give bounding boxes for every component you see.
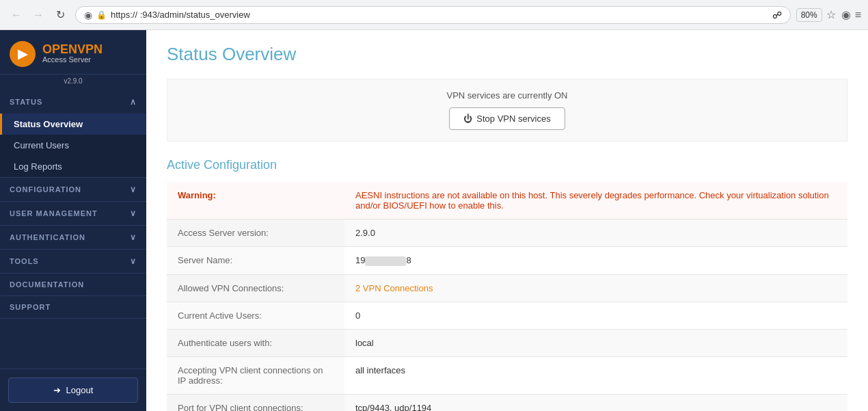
table-row-vpn-connections: Allowed VPN Connections: 2 VPN Connectio… (167, 274, 847, 302)
user-management-chevron-icon: ∨ (130, 209, 137, 218)
sidebar-item-log-reports[interactable]: Log Reports (0, 156, 146, 177)
configuration-section-label: CONFIGURATION (10, 185, 81, 194)
status-chevron-icon: ∧ (130, 97, 137, 107)
nav-section-status: STATUS ∧ Status Overview Current Users L… (0, 90, 146, 178)
logo-open-text: OPEN (42, 42, 77, 56)
authentication-chevron-icon: ∨ (130, 233, 137, 242)
nav-section-status-header[interactable]: STATUS ∧ (0, 90, 146, 114)
warning-value-cell: AESNI instructions are not available on … (344, 182, 847, 220)
logout-label: Logout (66, 385, 94, 395)
authenticate-value-cell: local (344, 329, 847, 356)
url-text: https:// :943/admin/status_overview (111, 10, 768, 20)
vpn-status-text: VPN services are currently ON (178, 90, 836, 101)
sidebar-footer: ➜ Logout (0, 369, 146, 411)
stop-vpn-label: Stop VPN services (476, 114, 550, 124)
browser-chrome: ← → ↻ ◉ 🔒 https:// :943/admin/status_ove… (0, 0, 868, 30)
tools-chevron-icon: ∨ (130, 256, 137, 266)
tools-section-label: TOOLS (10, 257, 39, 265)
main-content: Status Overview VPN services are current… (146, 30, 868, 411)
zoom-level[interactable]: 80% (796, 8, 822, 22)
active-config-title: Active Configuration (167, 158, 847, 172)
version-value-cell: 2.9.0 (344, 220, 847, 247)
back-button[interactable]: ← (7, 5, 26, 25)
support-section-label: SUPPORT (10, 303, 51, 311)
vpn-port-value-cell: tcp/9443, udp/1194 (344, 394, 847, 411)
reload-button[interactable]: ↻ (51, 5, 70, 25)
table-row-vpn-ip: Accepting VPN client connections on IP a… (167, 356, 847, 394)
status-section-label: STATUS (10, 98, 42, 106)
browser-actions: 80% ☆ (796, 8, 836, 22)
power-icon: ⏻ (463, 114, 472, 124)
nav-buttons: ← → ↻ (7, 5, 70, 25)
nav-section-user-management-header[interactable]: USER MANAGEMENT ∨ (0, 202, 146, 225)
server-name-label-cell: Server Name: (167, 247, 344, 275)
nav-section-configuration-header[interactable]: CONFIGURATION ∨ (0, 178, 146, 201)
page-title: Status Overview (167, 44, 847, 65)
forward-button[interactable]: → (29, 5, 48, 25)
vpn-connections-link[interactable]: 2 VPN Connections (355, 283, 433, 293)
shield-vpn-button[interactable]: ◉ (841, 8, 851, 21)
logo-version: v2.9.0 (0, 75, 146, 90)
table-row-vpn-port: Port for VPN client connections: tcp/944… (167, 394, 847, 411)
active-users-label-cell: Current Active Users: (167, 302, 344, 329)
vpn-connections-label-cell: Allowed VPN Connections: (167, 274, 344, 302)
logo-product: Access Server (42, 55, 103, 64)
sidebar-item-status-overview[interactable]: Status Overview (0, 114, 146, 135)
active-users-value-cell: 0 (344, 302, 847, 329)
logo-open: OPENVPN (42, 43, 103, 55)
sidebar: ▶ OPENVPN Access Server v2.9.0 STATUS ∧ … (0, 30, 146, 411)
app-layout: ▶ OPENVPN Access Server v2.9.0 STATUS ∧ … (0, 30, 868, 411)
browser-right-controls: ◉ ≡ (841, 8, 861, 21)
server-name-value-cell: 198 (344, 247, 847, 275)
shield-icon: ◉ (84, 10, 92, 21)
version-label-cell: Access Server version: (167, 220, 344, 247)
vpn-ip-value-cell: all interfaces (344, 356, 847, 394)
sidebar-item-current-users[interactable]: Current Users (0, 135, 146, 156)
table-row-authenticate: Authenticate users with: local (167, 329, 847, 356)
documentation-section-label: DOCUMENTATION (10, 280, 84, 289)
menu-button[interactable]: ≡ (855, 9, 861, 21)
stop-vpn-button[interactable]: ⏻ Stop VPN services (449, 107, 565, 130)
nav-section-configuration: CONFIGURATION ∨ (0, 178, 146, 202)
table-row-server-name: Server Name: 198 (167, 247, 847, 275)
configuration-chevron-icon: ∨ (130, 185, 137, 194)
address-bar[interactable]: ◉ 🔒 https:// :943/admin/status_overview … (75, 6, 791, 24)
logout-icon: ➜ (53, 385, 61, 395)
user-management-section-label: USER MANAGEMENT (10, 209, 98, 217)
table-row-warning: Warning: AESNI instructions are not avai… (167, 182, 847, 220)
nav-section-documentation-header[interactable]: DOCUMENTATION (0, 274, 146, 295)
nav-section-tools: TOOLS ∨ (0, 250, 146, 274)
logo-text: OPENVPN Access Server (42, 43, 103, 64)
server-name-redacted (365, 256, 406, 266)
vpn-ip-label-cell: Accepting VPN client connections on IP a… (167, 356, 344, 394)
authentication-section-label: AUTHENTICATION (10, 233, 85, 241)
warning-label-cell: Warning: (167, 182, 344, 220)
table-row-version: Access Server version: 2.9.0 (167, 220, 847, 247)
vpn-port-label-cell: Port for VPN client connections: (167, 394, 344, 411)
warning-label: Warning: (178, 190, 216, 200)
vpn-status-bar: VPN services are currently ON ⏻ Stop VPN… (167, 79, 847, 142)
bookmark-button[interactable]: ☆ (826, 8, 836, 21)
nav-section-support-header[interactable]: SUPPORT (0, 296, 146, 318)
reader-icon: ☍ (772, 10, 782, 21)
nav-section-support: SUPPORT (0, 296, 146, 319)
authenticate-label-cell: Authenticate users with: (167, 329, 344, 356)
vpn-connections-value-cell: 2 VPN Connections (344, 274, 847, 302)
logout-button[interactable]: ➜ Logout (8, 377, 138, 403)
lock-icon: 🔒 (96, 10, 107, 20)
sidebar-logo: ▶ OPENVPN Access Server (0, 30, 146, 75)
nav-section-authentication-header[interactable]: AUTHENTICATION ∨ (0, 226, 146, 249)
status-nav-items: Status Overview Current Users Log Report… (0, 114, 146, 177)
config-table: Warning: AESNI instructions are not avai… (167, 182, 847, 411)
warning-text: AESNI instructions are not available on … (355, 190, 829, 211)
nav-section-user-management: USER MANAGEMENT ∨ (0, 202, 146, 226)
nav-section-authentication: AUTHENTICATION ∨ (0, 226, 146, 250)
nav-section-documentation: DOCUMENTATION (0, 274, 146, 296)
table-row-active-users: Current Active Users: 0 (167, 302, 847, 329)
logo-vpn-text: VPN (77, 42, 103, 56)
nav-section-tools-header[interactable]: TOOLS ∨ (0, 250, 146, 273)
logo-icon: ▶ (10, 41, 36, 67)
